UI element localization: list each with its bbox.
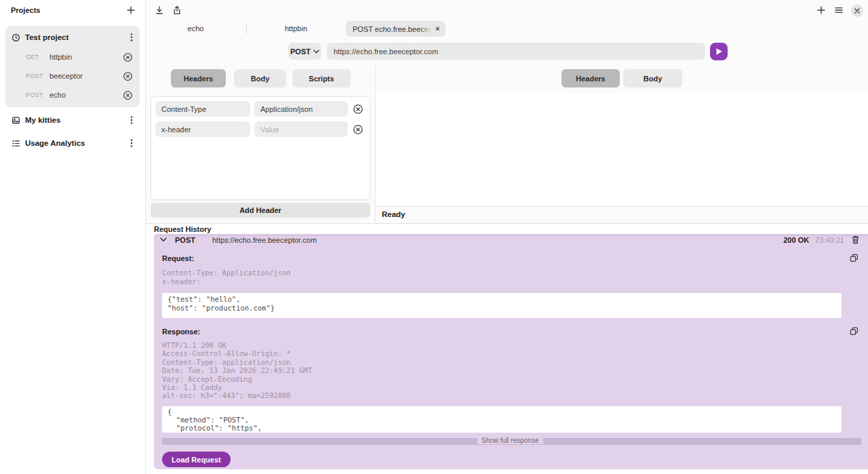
share-icon[interactable] [172, 5, 182, 15]
header-name-input[interactable] [155, 101, 250, 117]
tab-request-scripts[interactable]: Scripts [292, 69, 351, 87]
sidebar: Projects Test project GET httpbin [0, 0, 146, 474]
chevron-down-icon [160, 237, 167, 242]
tab-active-post-echo[interactable]: POST echo.free.beecept × [346, 21, 446, 37]
close-tab-icon[interactable]: × [435, 25, 439, 33]
request-method-badge: GET [26, 54, 45, 60]
request-name: echo [50, 91, 123, 99]
tab-label: POST echo.free.beecept [353, 25, 431, 33]
request-method-badge: POST [26, 73, 45, 79]
workspace: echo httpbin POST echo.free.beecept × PO… [146, 0, 868, 224]
project-name: Usage Analytics [25, 139, 130, 147]
trash-icon[interactable] [852, 235, 859, 244]
tab-httpbin[interactable]: httpbin [247, 20, 345, 37]
kebab-menu-icon[interactable] [130, 115, 133, 125]
response-body-box: { "method": "POST", "protocol": "https", [162, 406, 842, 433]
history-status: 200 OK [783, 236, 809, 244]
new-tab-icon[interactable] [816, 5, 826, 15]
status-ready: Ready [382, 210, 406, 218]
history-entry: POST https://echo.free.beeceptor.com 200… [154, 234, 868, 469]
menu-icon[interactable] [834, 5, 844, 15]
list-icon [12, 139, 20, 148]
request-history-title: Request History [154, 225, 211, 233]
tab-response-body[interactable]: Body [623, 69, 682, 87]
request-name: httpbin [50, 53, 123, 61]
send-button[interactable] [710, 43, 728, 60]
tab-label: Scripts [309, 75, 334, 83]
tab-request-body[interactable]: Body [234, 69, 286, 87]
sidebar-item-my-kitties[interactable]: My kitties [0, 110, 145, 130]
download-icon[interactable] [155, 5, 164, 15]
header-value-input[interactable] [254, 121, 348, 137]
tab-response-headers[interactable]: Headers [561, 69, 620, 87]
request-body-box: {"test": "hello", "host": "production.co… [162, 293, 842, 318]
request-name: beeceptor [50, 72, 123, 80]
url-input[interactable] [327, 43, 705, 60]
copy-icon[interactable] [850, 327, 859, 336]
response-section-label: Response: [162, 328, 200, 336]
header-name-input[interactable] [155, 121, 250, 137]
project-name: Test project [25, 33, 130, 41]
tab-echo[interactable]: echo [146, 20, 245, 37]
clock-icon [12, 33, 20, 42]
sidebar-item-httpbin[interactable]: GET httpbin [5, 47, 140, 66]
response-scrollbar[interactable]: Show full response [162, 438, 861, 445]
remove-request-icon[interactable] [123, 52, 133, 62]
method-label: POST [290, 47, 311, 56]
request-headers-text: Content-Type: Application/json x-header: [162, 269, 291, 286]
headers-editor [151, 96, 370, 200]
project-name: My kitties [25, 116, 130, 124]
remove-header-icon[interactable] [353, 124, 363, 135]
request-history-section: Request History POST https://echo.free.b… [146, 224, 868, 474]
request-bar: POST [146, 43, 868, 62]
tab-label: Body [251, 75, 270, 83]
history-entry-row[interactable]: POST https://echo.free.beeceptor.com 200… [154, 234, 868, 245]
remove-request-icon[interactable] [123, 90, 133, 100]
header-value-input[interactable] [254, 101, 348, 117]
project-group-test-project: Test project GET httpbin POST beeceptor [5, 26, 140, 107]
tab-label: Headers [576, 75, 605, 83]
sidebar-item-beeceptor[interactable]: POST beeceptor [5, 66, 140, 85]
method-dropdown[interactable]: POST [288, 43, 321, 60]
show-full-response-link[interactable]: Show full response [477, 437, 543, 444]
close-window-icon[interactable] [851, 5, 863, 17]
play-icon [715, 47, 723, 56]
add-project-icon[interactable] [126, 5, 136, 15]
header-row [155, 121, 366, 137]
sidebar-header: Projects [0, 0, 145, 20]
response-headers-text: HTTP/1.1 200 OK Access-Control-Allow-Ori… [162, 341, 312, 400]
copy-icon[interactable] [850, 254, 859, 262]
tab-label: Headers [184, 75, 213, 83]
add-header-button[interactable]: Add Header [151, 203, 370, 218]
tab-label: echo [188, 24, 204, 33]
response-content-area [376, 93, 868, 207]
app-window: Projects Test project GET httpbin [0, 0, 868, 474]
sidebar-item-usage-analytics[interactable]: Usage Analytics [0, 133, 145, 153]
kebab-menu-icon[interactable] [130, 33, 133, 42]
sidebar-item-echo[interactable]: POST echo [5, 85, 140, 104]
main-area: echo httpbin POST echo.free.beecept × PO… [146, 0, 868, 474]
remove-header-icon[interactable] [353, 104, 363, 115]
chevron-down-icon [313, 50, 319, 54]
image-icon [12, 116, 20, 125]
tab-label: Body [644, 75, 663, 83]
request-section-label: Request: [162, 254, 194, 262]
remove-request-icon[interactable] [123, 71, 133, 81]
sidebar-item-test-project[interactable]: Test project [5, 27, 140, 47]
tab-request-headers[interactable]: Headers [171, 69, 226, 87]
header-row [155, 101, 366, 117]
history-method: POST [175, 236, 195, 244]
history-time: 23:49:21 [815, 236, 844, 244]
tabstrip: echo httpbin POST echo.free.beecept × [146, 20, 868, 38]
request-method-badge: POST [26, 92, 45, 98]
load-request-button[interactable]: Load Request [162, 452, 231, 467]
kebab-menu-icon[interactable] [130, 138, 133, 148]
history-url: https://echo.free.beeceptor.com [212, 236, 783, 244]
projects-title: Projects [11, 6, 40, 14]
tab-label: httpbin [285, 24, 307, 33]
